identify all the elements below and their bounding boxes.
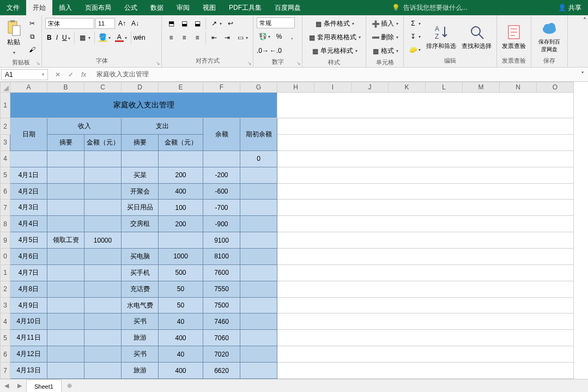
copy-button[interactable]: ⧉ xyxy=(26,31,38,43)
cell-income-amount[interactable] xyxy=(84,167,122,183)
spreadsheet-grid[interactable]: A B C D E F G H I J K L M N O 1 家庭收入支出管理… xyxy=(0,82,574,379)
underline-button[interactable]: U xyxy=(60,32,72,43)
sheet-tab-sheet1[interactable]: Sheet1 xyxy=(26,379,62,393)
cell[interactable] xyxy=(277,134,574,150)
row-header[interactable]: 4 xyxy=(1,313,10,330)
cell[interactable] xyxy=(240,167,277,183)
col-header-N[interactable]: N xyxy=(500,82,537,93)
cell-balance[interactable]: 8100 xyxy=(203,249,240,265)
cell[interactable] xyxy=(277,281,574,297)
col-header-A[interactable]: A xyxy=(10,82,47,93)
sort-filter-button[interactable]: AZ 排序和筛选 xyxy=(425,17,458,56)
row-header[interactable]: 7 xyxy=(1,200,10,216)
tab-page-layout[interactable]: 页面布局 xyxy=(78,0,118,15)
conditional-format-button[interactable]: ▦条件格式 xyxy=(306,17,362,30)
cell-balance[interactable]: 7500 xyxy=(203,297,240,313)
cell-expense-summary[interactable] xyxy=(122,232,159,249)
comma-button[interactable]: , xyxy=(286,31,298,43)
cell-balance[interactable]: -200 xyxy=(203,167,240,183)
tab-data[interactable]: 数据 xyxy=(144,0,170,15)
cell-date[interactable]: 4月6日 xyxy=(10,249,47,265)
cell-balance[interactable]: 7600 xyxy=(203,264,240,281)
cell-income-amount[interactable] xyxy=(84,297,122,313)
col-header-K[interactable]: K xyxy=(389,82,426,93)
table-format-button[interactable]: ▦套用表格格式 xyxy=(306,31,362,44)
number-format-select[interactable] xyxy=(257,17,295,28)
cell-expense-amount[interactable]: 40 xyxy=(159,313,203,330)
row-header[interactable]: 6 xyxy=(1,183,10,200)
col-header-G[interactable]: G xyxy=(240,82,277,93)
cell[interactable] xyxy=(240,183,277,200)
row-header[interactable]: 6 xyxy=(1,346,10,363)
merge-button[interactable]: ▭ xyxy=(234,32,250,44)
cut-button[interactable]: ✂ xyxy=(26,17,38,29)
italic-button[interactable]: I xyxy=(54,32,59,43)
header-income-summary[interactable]: 摘要 xyxy=(47,134,84,150)
percent-button[interactable]: % xyxy=(273,31,285,43)
expand-formula-button[interactable]: ˅ xyxy=(577,70,588,79)
cell-income-summary[interactable] xyxy=(47,281,84,297)
tell-me-search[interactable]: 💡 告诉我您想要做什么... xyxy=(386,3,473,13)
header-balance[interactable]: 余额 xyxy=(203,118,240,151)
tab-pdf[interactable]: PDF工具集 xyxy=(222,0,268,15)
cell-expense-amount[interactable]: 1000 xyxy=(159,249,203,265)
col-header-D[interactable]: D xyxy=(122,82,159,93)
row-header[interactable]: 7 xyxy=(1,363,10,379)
fill-color-button[interactable]: 🪣 xyxy=(97,32,112,44)
cell-expense-amount[interactable]: 200 xyxy=(159,216,203,232)
cell[interactable] xyxy=(240,363,277,379)
cell[interactable] xyxy=(240,281,277,297)
row-header[interactable]: 0 xyxy=(1,249,10,265)
cell-expense-summary[interactable]: 开聚会 xyxy=(122,183,159,200)
col-header-B[interactable]: B xyxy=(47,82,84,93)
tab-formulas[interactable]: 公式 xyxy=(118,0,144,15)
sheet-nav-next[interactable]: ▶ xyxy=(13,382,26,389)
cell[interactable] xyxy=(277,150,574,167)
cell-income-amount[interactable] xyxy=(84,249,122,265)
formula-input[interactable]: 家庭收入支出管理 xyxy=(93,69,577,80)
cell[interactable] xyxy=(277,313,574,330)
clear-button[interactable]: 🧽 xyxy=(407,44,422,56)
col-header-O[interactable]: O xyxy=(537,82,574,93)
tab-home[interactable]: 开始 xyxy=(26,0,52,15)
cell-income-amount[interactable] xyxy=(84,264,122,281)
cell-income-summary[interactable]: 领取工资 xyxy=(47,232,84,249)
initial-balance-cell[interactable]: 0 xyxy=(240,150,277,167)
cell-date[interactable]: 4月1日 xyxy=(10,167,47,183)
cell-expense-amount[interactable]: 400 xyxy=(159,363,203,379)
bold-button[interactable]: B xyxy=(45,32,53,43)
cell-income-amount[interactable] xyxy=(84,183,122,200)
header-opening[interactable]: 期初余额 xyxy=(240,118,277,151)
row-header[interactable]: 5 xyxy=(1,167,10,183)
col-header-J[interactable]: J xyxy=(351,82,389,93)
name-box[interactable]: A1 ▾ xyxy=(1,69,48,80)
cell-expense-summary[interactable]: 水电气费 xyxy=(122,297,159,313)
cell[interactable] xyxy=(277,216,574,232)
tab-review[interactable]: 审阅 xyxy=(170,0,196,15)
cell[interactable] xyxy=(240,216,277,232)
tab-file[interactable]: 文件 xyxy=(0,0,26,15)
header-date[interactable]: 日期 xyxy=(10,118,47,151)
cell[interactable] xyxy=(159,150,203,167)
header-expense-summary[interactable]: 摘要 xyxy=(122,134,159,150)
tab-baidu[interactable]: 百度网盘 xyxy=(268,0,307,15)
cell[interactable] xyxy=(277,297,574,313)
row-header[interactable]: 2 xyxy=(1,281,10,297)
cell-expense-amount[interactable]: 500 xyxy=(159,264,203,281)
cell-date[interactable]: 4月9日 xyxy=(10,297,47,313)
cell[interactable] xyxy=(277,232,574,249)
cell-income-amount[interactable] xyxy=(84,216,122,232)
clipboard-launcher[interactable]: ↘ xyxy=(36,61,40,66)
cell-expense-summary[interactable]: 买日用品 xyxy=(122,200,159,216)
cell-expense-summary[interactable]: 买书 xyxy=(122,313,159,330)
cell-income-summary[interactable] xyxy=(47,346,84,363)
cell-income-summary[interactable] xyxy=(47,330,84,346)
cell-income-summary[interactable] xyxy=(47,183,84,200)
cell-date[interactable]: 4月12日 xyxy=(10,346,47,363)
cell-expense-amount[interactable]: 200 xyxy=(159,167,203,183)
cell-balance[interactable]: -600 xyxy=(203,183,240,200)
font-color-button[interactable]: A xyxy=(113,32,129,44)
font-size-select[interactable] xyxy=(95,18,115,29)
row-header[interactable]: 1 xyxy=(1,264,10,281)
cell-expense-summary[interactable]: 旅游 xyxy=(122,330,159,346)
